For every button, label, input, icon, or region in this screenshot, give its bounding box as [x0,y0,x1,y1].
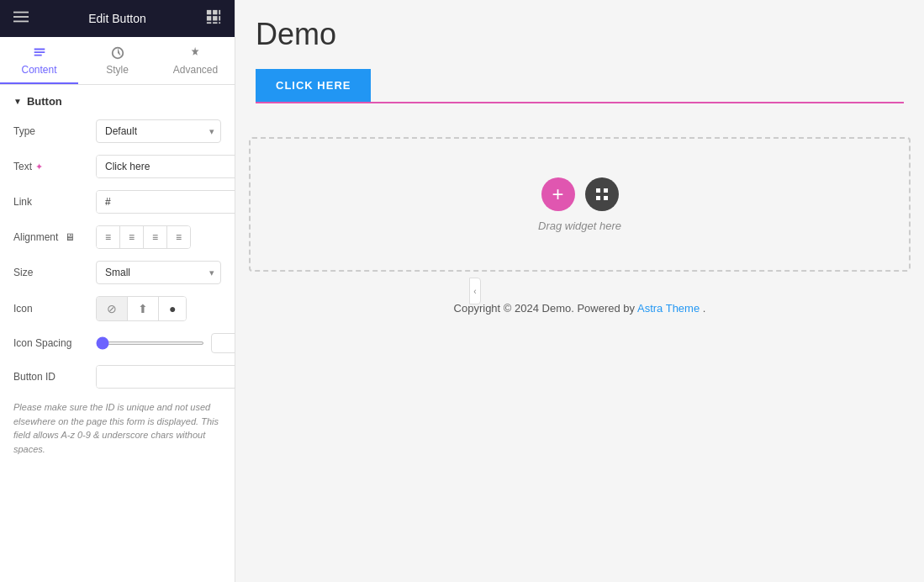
alignment-label: Alignment 🖥 [13,231,89,243]
text-control: ☰ [96,155,235,178]
right-panel: Demo CLICK HERE + Drag widget here Copyr… [235,0,924,582]
button-id-label: Button ID [13,371,89,383]
button-preview-wrap: CLICK HERE [256,69,904,102]
tab-content[interactable]: Content [0,37,78,84]
icon-upload-button[interactable]: ⬆ [128,297,159,320]
icon-spacing-slider[interactable] [96,341,204,345]
section-button-header: ▼ Button [13,95,221,108]
collapse-panel-button[interactable]: ‹ [469,278,481,304]
svg-rect-14 [604,188,608,193]
align-left-button[interactable]: ≡ [97,226,120,248]
size-control: Default Small Medium Large Extra Large [96,261,221,284]
text-label: Text ✦ [13,161,89,172]
align-center-button[interactable]: ≡ [120,226,144,248]
alignment-row: Alignment 🖥 ≡ ≡ ≡ ≡ [13,225,221,249]
icon-spacing-row: Icon Spacing [13,333,221,353]
dynamic-icon: ✦ [35,161,43,172]
drag-buttons-row: + [541,177,619,211]
icon-row: Icon ⊘ ⬆ ● [13,296,221,321]
button-id-row: Button ID ☰ [13,365,221,389]
svg-rect-4 [213,10,217,14]
svg-rect-10 [213,22,217,24]
add-widget-button[interactable]: + [541,177,575,211]
page-footer: Copyright © 2024 Demo. Powered by Astra … [235,288,924,328]
grid-icon[interactable] [206,9,221,28]
svg-rect-5 [219,10,220,14]
icon-label: Icon [13,303,89,315]
icon-spacing-number[interactable] [211,333,235,353]
svg-rect-1 [13,16,29,18]
icon-spacing-control [96,333,235,353]
type-row: Type Default Info Success Warning Danger [13,119,221,143]
text-row: Text ✦ ☰ [13,155,221,178]
size-label: Size [13,267,89,278]
svg-rect-9 [207,22,211,24]
svg-rect-6 [207,16,211,20]
size-row: Size Default Small Medium Large Extra La… [13,261,221,284]
preview-button[interactable]: CLICK HERE [256,69,371,102]
drag-text: Drag widget here [538,220,621,232]
text-input-wrap: ☰ [96,155,235,178]
svg-rect-16 [604,196,608,200]
svg-rect-15 [596,196,600,200]
link-row: Link ⚙ ☰ [13,190,221,214]
svg-rect-7 [213,16,217,20]
tab-content-label: Content [21,64,56,76]
icon-none-button[interactable]: ⊘ [97,297,128,320]
svg-rect-3 [207,10,211,14]
align-right-button[interactable]: ≡ [144,226,167,248]
svg-rect-2 [13,21,29,23]
svg-rect-11 [219,22,220,24]
left-panel: Edit Button Content Style Advanced ▼ [0,0,235,582]
tab-advanced-label: Advanced [173,64,218,76]
monitor-icon: 🖥 [65,231,75,243]
tab-style-label: Style [106,64,129,76]
alignment-group: ≡ ≡ ≡ ≡ [96,225,191,249]
svg-rect-8 [219,16,220,20]
text-input[interactable] [97,156,235,177]
svg-rect-13 [596,188,600,193]
page-demo: Demo CLICK HERE [235,0,924,120]
link-input[interactable] [97,191,235,213]
hamburger-icon[interactable] [13,9,29,28]
align-justify-button[interactable]: ≡ [167,226,190,248]
page-title: Demo [256,17,904,52]
link-label: Link [13,196,89,208]
chevron-down-icon: ▼ [13,97,22,106]
panel-content: ▼ Button Type Default Info Success Warni… [0,85,235,582]
footer-text: Copyright © 2024 Demo. Powered by [454,302,637,315]
footer-link[interactable]: Astra Theme [637,302,700,315]
footer-period: . [703,302,706,315]
type-select-wrap: Default Info Success Warning Danger [96,119,221,143]
section-button-label: Button [27,95,62,108]
link-input-wrap: ⚙ ☰ [96,190,235,214]
icon-circle-button[interactable]: ● [159,297,186,320]
button-id-wrap: ☰ [96,365,235,389]
button-id-input[interactable] [97,366,235,388]
widget-library-button[interactable] [585,177,619,211]
icon-option-group: ⊘ ⬆ ● [96,296,187,321]
size-select[interactable]: Default Small Medium Large Extra Large [96,261,221,284]
selection-line [256,102,904,103]
type-select[interactable]: Default Info Success Warning Danger [96,119,221,143]
tab-style[interactable]: Style [78,37,156,84]
tabs-bar: Content Style Advanced [0,37,235,85]
top-bar-title: Edit Button [88,12,146,25]
icon-spacing-slider-wrap [96,333,235,353]
drag-area: + Drag widget here [249,137,911,272]
type-label: Type [13,125,89,137]
top-bar: Edit Button [0,0,235,37]
help-text: Please make sure the ID is unique and no… [13,400,221,456]
tab-advanced[interactable]: Advanced [156,37,235,84]
button-id-control: ☰ [96,365,235,389]
link-control: ⚙ ☰ [96,190,235,214]
type-control: Default Info Success Warning Danger [96,119,221,143]
size-select-wrap: Default Small Medium Large Extra Large [96,261,221,284]
svg-rect-0 [13,12,29,13]
icon-control: ⊘ ⬆ ● [96,296,221,321]
alignment-control: ≡ ≡ ≡ ≡ [96,225,221,249]
icon-spacing-label: Icon Spacing [13,337,89,349]
